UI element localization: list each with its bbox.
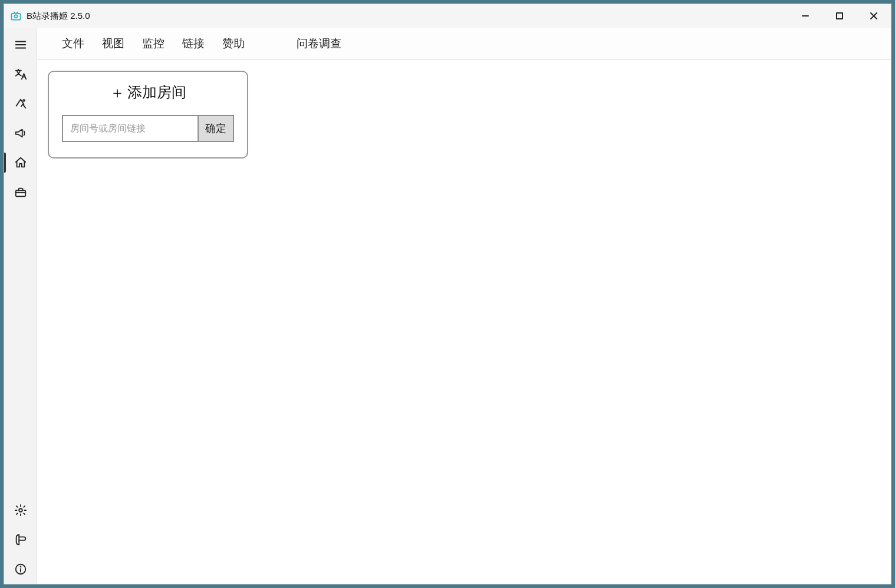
toolbox-icon [14, 186, 27, 199]
add-room-input-row: 确定 [62, 115, 234, 142]
add-room-card: ＋ 添加房间 确定 [48, 71, 248, 158]
svg-point-9 [23, 100, 25, 101]
sidebar-item-home[interactable] [4, 148, 37, 177]
svg-rect-0 [12, 14, 21, 20]
app-icon [10, 10, 22, 22]
menubar: 文件 视图 监控 链接 赞助 问卷调查 [37, 28, 891, 60]
menu-link[interactable]: 链接 [182, 36, 205, 51]
content-area: ＋ 添加房间 确定 [37, 60, 891, 584]
minimize-button[interactable] [788, 4, 822, 28]
add-room-title: ＋ 添加房间 [62, 82, 234, 102]
svg-point-11 [19, 508, 22, 512]
theme-icon [14, 97, 27, 110]
add-room-title-text: 添加房间 [127, 82, 186, 102]
language-icon [14, 68, 27, 81]
app-window: B站录播姬 2.5.0 [4, 4, 891, 584]
sidebar-item-language[interactable] [4, 60, 37, 89]
sidebar [4, 28, 37, 584]
maximize-button[interactable] [822, 4, 857, 28]
sidebar-item-log[interactable] [4, 525, 37, 554]
sidebar-toggle[interactable] [4, 30, 37, 60]
confirm-button[interactable]: 确定 [198, 115, 234, 142]
home-icon [14, 156, 27, 169]
sidebar-item-announce[interactable] [4, 118, 37, 148]
app-body: 文件 视图 监控 链接 赞助 问卷调查 ＋ 添加房间 确定 [4, 28, 891, 584]
svg-rect-3 [837, 13, 843, 19]
plus-icon: ＋ [110, 85, 125, 100]
menu-view[interactable]: 视图 [102, 36, 124, 51]
sidebar-item-toolbox[interactable] [4, 177, 37, 207]
log-icon [14, 533, 27, 546]
room-id-input[interactable] [62, 115, 198, 142]
menu-sponsor[interactable]: 赞助 [222, 36, 245, 51]
sidebar-item-theme[interactable] [4, 89, 37, 118]
close-button[interactable] [857, 4, 891, 28]
svg-point-14 [20, 566, 21, 567]
menu-monitor[interactable]: 监控 [142, 36, 164, 51]
titlebar: B站录播姬 2.5.0 [4, 4, 891, 28]
menu-file[interactable]: 文件 [62, 36, 84, 51]
settings-icon [14, 504, 27, 517]
menu-survey[interactable]: 问卷调查 [297, 36, 341, 51]
app-title: B站录播姬 2.5.0 [27, 11, 90, 22]
svg-point-1 [15, 15, 18, 18]
main-content: 文件 视图 监控 链接 赞助 问卷调查 ＋ 添加房间 确定 [37, 28, 891, 584]
sidebar-item-settings[interactable] [4, 495, 37, 525]
announce-icon [14, 127, 27, 140]
hamburger-icon [14, 38, 27, 51]
info-icon [14, 563, 27, 576]
svg-rect-10 [15, 190, 25, 196]
sidebar-item-info[interactable] [4, 554, 37, 584]
